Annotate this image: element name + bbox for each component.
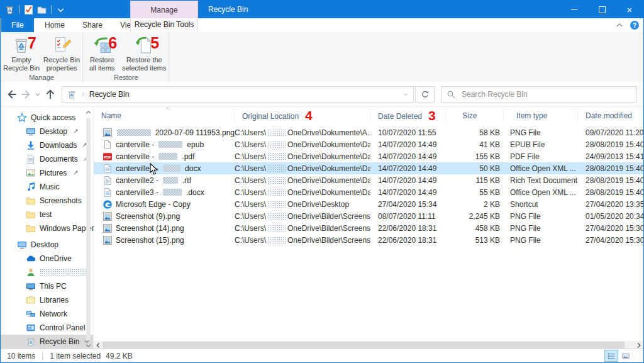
address-dropdown-chevron-icon[interactable] xyxy=(398,87,413,102)
sidebar-item-documents[interactable]: Documents xyxy=(1,152,93,166)
rtf-file-icon xyxy=(103,176,113,186)
annotation-6: 6 xyxy=(108,33,117,52)
sidebar-item-onedrive[interactable]: OneDrive xyxy=(1,252,93,265)
search-input[interactable] xyxy=(460,89,631,99)
sidebar-item-screenshots[interactable]: Screenshots xyxy=(1,194,93,208)
text-part: .rtf xyxy=(182,176,191,185)
address-bar[interactable]: Recycle Bin xyxy=(62,86,414,103)
text-part: C:\Users\ xyxy=(235,188,266,197)
breadcrumb[interactable]: Recycle Bin xyxy=(89,90,129,99)
back-button[interactable] xyxy=(4,87,18,102)
table-row[interactable]: Screenshot (14).pngC:\Users\OneDrive\Bil… xyxy=(94,222,643,234)
contextual-tab-manage[interactable]: Manage xyxy=(130,1,198,18)
column-header-date-modified[interactable]: Date modified xyxy=(578,109,643,122)
sidebar-item-label: This PC xyxy=(40,282,67,291)
sidebar-item-music[interactable]: Music xyxy=(1,180,93,194)
column-header-original-location[interactable]: Original Location4 xyxy=(235,109,370,122)
status-bar: 10 items 1 item selected 49.2 KB xyxy=(1,349,643,362)
column-headers: NameOriginal Location4Date Deleted3SizeI… xyxy=(94,107,643,125)
forward-button[interactable] xyxy=(19,87,33,102)
sidebar-item-control-panel[interactable]: Control Panel xyxy=(1,321,93,335)
scroll-up-icon[interactable] xyxy=(84,108,92,116)
collapse-ribbon-icon[interactable] xyxy=(614,20,625,30)
sidebar-item-desktop[interactable]: Desktop xyxy=(1,238,93,252)
original-location-cell: C:\Users\OneDrive\Bilder\Screensh... xyxy=(235,212,370,221)
date-deleted-cell: 14/07/2020 14:49 xyxy=(370,188,446,197)
sidebar-item-recycle-bin[interactable]: Recycle Bin xyxy=(1,335,93,349)
table-row[interactable]: canterville - epubC:\Users\OneDrive\Doku… xyxy=(94,138,643,150)
recycle-bin-icon xyxy=(26,337,36,347)
sidebar-item-label: Quick access xyxy=(31,113,75,122)
file-name-cell: 2020-07-09 111953.png xyxy=(94,128,235,138)
app-icon[interactable] xyxy=(4,4,15,15)
redacted-text xyxy=(267,189,286,196)
sort-ascending-icon xyxy=(164,106,170,111)
sidebar-item-downloads[interactable]: Downloads xyxy=(1,138,93,152)
table-row[interactable]: 2020-07-09 111953.pngC:\Users\OneDrive\D… xyxy=(94,126,643,138)
date-deleted-cell: 08/07/2020 11:11 xyxy=(370,212,446,221)
table-row[interactable]: canterville2 - .rtfC:\Users\OneDrive\Dok… xyxy=(94,174,643,186)
column-header-item-type[interactable]: Item type xyxy=(509,109,578,122)
original-location-cell: C:\Users\OneDrive\Dokumente\Da... xyxy=(235,188,370,197)
text-part: OneDrive\Dokumente\Da... xyxy=(287,176,370,185)
table-row[interactable]: Screenshot (15).pngC:\Users\OneDrive\Bil… xyxy=(94,234,643,246)
tab-home[interactable]: Home xyxy=(36,18,74,32)
recycle-bin-properties-button[interactable]: Recycle Bin properties xyxy=(42,33,82,72)
empty-recycle-bin-button[interactable]: 7Empty Recycle Bin xyxy=(1,33,42,72)
search-box[interactable] xyxy=(441,86,637,103)
tab-share[interactable]: Share xyxy=(74,18,111,32)
sidebar-item-desktop[interactable]: Desktop xyxy=(1,125,93,138)
sidebar-item-this-pc[interactable]: This PC xyxy=(1,279,93,293)
table-row[interactable]: PDFcanterville - .pdfC:\Users\OneDrive\D… xyxy=(94,150,643,162)
downloads-icon xyxy=(26,140,36,150)
minimize-button[interactable] xyxy=(560,1,588,18)
up-button[interactable] xyxy=(43,87,57,102)
table-row[interactable]: canterville3 - .docxC:\Users\OneDrive\Do… xyxy=(94,186,643,198)
sidebar-item-pictures[interactable]: Pictures xyxy=(1,166,93,180)
maximize-button[interactable] xyxy=(588,1,616,18)
png-file-icon xyxy=(103,211,113,221)
qat-properties-check-icon[interactable] xyxy=(23,4,34,15)
close-button[interactable]: × xyxy=(616,1,643,18)
qat-new-folder-icon[interactable] xyxy=(36,4,47,15)
column-header-size[interactable]: Size xyxy=(446,109,504,122)
item-type-cell: EPUB File xyxy=(509,140,578,149)
music-icon xyxy=(26,182,36,192)
ribbon-tabs: HomeShareView xyxy=(36,18,145,32)
table-row[interactable]: canterville1 - docxC:\Users\OneDrive\Dok… xyxy=(94,162,643,174)
restore-the-selected-items-button[interactable]: 5Restore the selected items xyxy=(120,33,168,72)
column-header-name[interactable]: Name xyxy=(94,109,235,122)
text-part: C:\Users\ xyxy=(235,152,266,161)
details-view-icon[interactable] xyxy=(605,350,618,361)
sidebar-item-test[interactable]: test xyxy=(1,208,93,221)
text-part: C:\Users\ xyxy=(235,212,266,221)
date-modified-cell: 28/08/2019 15:40 xyxy=(578,188,643,197)
sidebar-item-libraries[interactable]: Libraries xyxy=(1,293,93,307)
help-icon[interactable]: ? xyxy=(630,20,640,30)
qat-chevron-down-icon[interactable] xyxy=(55,4,66,15)
table-row[interactable]: Microsoft Edge - CopyC:\Users\OneDrive\D… xyxy=(94,198,643,210)
items-count: 10 items xyxy=(7,352,35,360)
refresh-button[interactable] xyxy=(415,86,435,103)
sidebar-item-label: Desktop xyxy=(31,240,58,249)
tab-recycle-bin-tools[interactable]: Recycle Bin Tools xyxy=(130,18,198,32)
column-header-date-deleted[interactable]: Date Deleted3 xyxy=(370,109,446,122)
sidebar-item-quick-access[interactable]: Quick access xyxy=(1,111,93,125)
sidebar-item-network[interactable]: Network xyxy=(1,307,93,321)
thumbnails-view-icon[interactable] xyxy=(619,350,632,361)
annotation-7: 7 xyxy=(28,33,36,52)
sidebar-item-windows-papier[interactable]: Windows Papier xyxy=(1,221,93,235)
file-rows: 2020-07-09 111953.pngC:\Users\OneDrive\D… xyxy=(94,126,643,341)
table-row[interactable]: Screenshot (9).pngC:\Users\OneDrive\Bild… xyxy=(94,210,643,222)
restore-all-items-button[interactable]: 6Restore all items xyxy=(84,33,120,72)
text-part: OneDrive\Dokumente\A... xyxy=(287,128,370,137)
sidebar-item-user-profile[interactable] xyxy=(1,265,93,279)
quick-access-toolbar xyxy=(4,1,66,18)
breadcrumb-chevron-icon[interactable] xyxy=(80,91,86,98)
recycle-bin-icon xyxy=(67,89,77,99)
tab-file[interactable]: File xyxy=(1,18,34,32)
scrollbar-thumb[interactable] xyxy=(86,118,91,340)
redacted-text xyxy=(267,165,286,172)
recent-locations-chevron-icon[interactable] xyxy=(33,87,42,102)
sidebar-scrollbar[interactable] xyxy=(84,108,92,350)
